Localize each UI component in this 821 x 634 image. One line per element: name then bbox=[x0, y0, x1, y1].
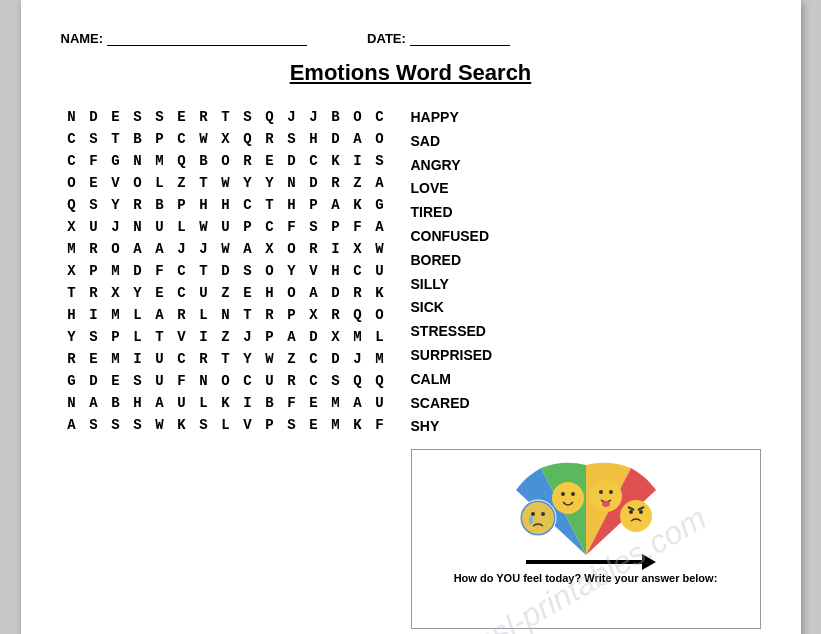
grid-cell: Q bbox=[347, 304, 369, 326]
grid-cell: S bbox=[237, 106, 259, 128]
grid-cell: K bbox=[347, 414, 369, 436]
grid-cell: K bbox=[325, 150, 347, 172]
grid-cell: T bbox=[61, 282, 83, 304]
grid-cell: O bbox=[105, 238, 127, 260]
grid-cell: T bbox=[105, 128, 127, 150]
grid-cell: R bbox=[171, 304, 193, 326]
grid-cell: E bbox=[171, 106, 193, 128]
grid-cell: S bbox=[105, 414, 127, 436]
grid-cell: S bbox=[127, 106, 149, 128]
grid-cell: Y bbox=[61, 326, 83, 348]
grid-cell: Y bbox=[281, 260, 303, 282]
grid-cell: P bbox=[303, 194, 325, 216]
grid-cell: U bbox=[369, 392, 391, 414]
emotion-wheel bbox=[506, 460, 666, 560]
word-list-item: HAPPY bbox=[411, 106, 761, 130]
svg-point-1 bbox=[522, 502, 554, 534]
word-list-item: LOVE bbox=[411, 177, 761, 201]
grid-cell: E bbox=[259, 150, 281, 172]
grid-cell: S bbox=[83, 194, 105, 216]
grid-cell: R bbox=[281, 370, 303, 392]
svg-point-2 bbox=[531, 512, 535, 516]
emotion-arrow-row bbox=[526, 560, 646, 564]
grid-cell: W bbox=[259, 348, 281, 370]
grid-cell: O bbox=[281, 282, 303, 304]
grid-cell: A bbox=[237, 238, 259, 260]
grid-table: NDESSERTSQJJBOCCSTBPCWXQRSHDAOCFGNMQBORE… bbox=[61, 106, 391, 436]
grid-cell: V bbox=[171, 326, 193, 348]
grid-cell: S bbox=[303, 216, 325, 238]
grid-cell: L bbox=[193, 304, 215, 326]
grid-cell: R bbox=[127, 194, 149, 216]
grid-cell: C bbox=[171, 260, 193, 282]
grid-cell: M bbox=[149, 150, 171, 172]
grid-cell: R bbox=[193, 106, 215, 128]
grid-cell: N bbox=[215, 304, 237, 326]
grid-cell: F bbox=[347, 216, 369, 238]
grid-cell: Y bbox=[105, 194, 127, 216]
grid-cell: T bbox=[237, 304, 259, 326]
grid-cell: L bbox=[171, 216, 193, 238]
grid-cell: N bbox=[127, 216, 149, 238]
word-list-item: STRESSED bbox=[411, 320, 761, 344]
svg-point-12 bbox=[620, 500, 652, 532]
grid-cell: C bbox=[237, 370, 259, 392]
grid-cell: P bbox=[281, 304, 303, 326]
grid-cell: P bbox=[237, 216, 259, 238]
svg-point-8 bbox=[590, 480, 622, 512]
grid-cell: N bbox=[127, 150, 149, 172]
date-label: DATE: bbox=[367, 31, 406, 46]
page-title: Emotions Word Search bbox=[61, 60, 761, 86]
grid-cell: R bbox=[325, 304, 347, 326]
grid-cell: H bbox=[61, 304, 83, 326]
grid-cell: C bbox=[259, 216, 281, 238]
grid-cell: J bbox=[237, 326, 259, 348]
grid-cell: C bbox=[171, 348, 193, 370]
page: NAME: DATE: Emotions Word Search NDESSER… bbox=[21, 0, 801, 634]
grid-cell: F bbox=[83, 150, 105, 172]
grid-cell: P bbox=[325, 216, 347, 238]
grid-cell: I bbox=[83, 304, 105, 326]
grid-cell: E bbox=[83, 172, 105, 194]
grid-cell: J bbox=[105, 216, 127, 238]
grid-cell: D bbox=[83, 106, 105, 128]
grid-cell: E bbox=[303, 392, 325, 414]
grid-cell: X bbox=[61, 260, 83, 282]
grid-cell: Y bbox=[237, 172, 259, 194]
grid-cell: M bbox=[347, 326, 369, 348]
grid-cell: G bbox=[369, 194, 391, 216]
word-list-item: SICK bbox=[411, 296, 761, 320]
grid-cell: U bbox=[259, 370, 281, 392]
grid-cell: V bbox=[105, 172, 127, 194]
grid-cell: W bbox=[369, 238, 391, 260]
grid-cell: P bbox=[171, 194, 193, 216]
grid-cell: M bbox=[325, 392, 347, 414]
grid-cell: J bbox=[193, 238, 215, 260]
grid-cell: Q bbox=[61, 194, 83, 216]
grid-cell: C bbox=[61, 128, 83, 150]
grid-cell: H bbox=[193, 194, 215, 216]
grid-cell: A bbox=[127, 238, 149, 260]
grid-cell: O bbox=[347, 106, 369, 128]
grid-cell: W bbox=[193, 128, 215, 150]
right-panel: HAPPYSADANGRYLOVETIREDCONFUSEDBOREDSILLY… bbox=[411, 106, 761, 629]
grid-cell: A bbox=[347, 392, 369, 414]
main-content: NDESSERTSQJJBOCCSTBPCWXQRSHDAOCFGNMQBORE… bbox=[61, 106, 761, 629]
grid-cell: I bbox=[193, 326, 215, 348]
grid-cell: Q bbox=[347, 370, 369, 392]
grid-cell: F bbox=[281, 392, 303, 414]
grid-cell: Z bbox=[215, 326, 237, 348]
grid-cell: I bbox=[237, 392, 259, 414]
grid-cell: Q bbox=[171, 150, 193, 172]
grid-cell: U bbox=[83, 216, 105, 238]
grid-cell: O bbox=[127, 172, 149, 194]
grid-cell: O bbox=[215, 150, 237, 172]
grid-cell: T bbox=[149, 326, 171, 348]
grid-cell: S bbox=[281, 414, 303, 436]
grid-cell: H bbox=[325, 260, 347, 282]
grid-cell: C bbox=[303, 150, 325, 172]
grid-cell: D bbox=[325, 348, 347, 370]
grid-cell: C bbox=[303, 348, 325, 370]
grid-cell: T bbox=[215, 348, 237, 370]
word-search-grid: NDESSERTSQJJBOCCSTBPCWXQRSHDAOCFGNMQBORE… bbox=[61, 106, 391, 629]
